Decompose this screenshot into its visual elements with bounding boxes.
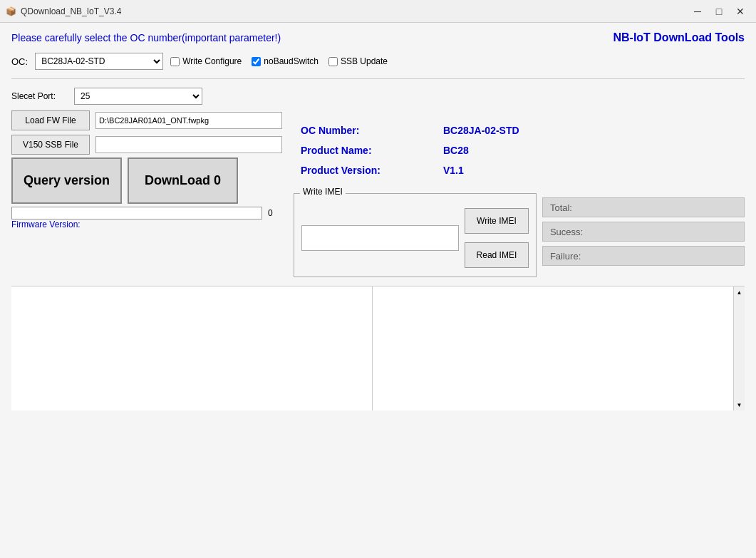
main-window: Please carefully select the OC number(im… bbox=[0, 23, 756, 558]
header-notice: Please carefully select the OC number(im… bbox=[11, 31, 745, 44]
total-stat: Total: bbox=[542, 197, 745, 217]
no-baud-switch-checkbox[interactable] bbox=[252, 57, 261, 66]
divider-1 bbox=[11, 78, 745, 79]
ssb-button[interactable]: V150 SSB File bbox=[11, 135, 90, 155]
port-row: Slecet Port: 25 bbox=[11, 88, 745, 105]
file-path-row: Load FW File bbox=[11, 110, 282, 130]
oc-select[interactable]: BC28JA-02-STD bbox=[35, 53, 163, 70]
imei-block: Write IMEI Write IMEI Read IMEI bbox=[294, 190, 537, 277]
oc-row: OC: BC28JA-02-STD Write Configure noBaud… bbox=[11, 53, 745, 70]
oc-info: OC Number: BC28JA-02-STD Product Name: B… bbox=[294, 110, 745, 190]
title-bar-left: 📦 QDownload_NB_IoT_V3.4 bbox=[6, 6, 121, 16]
product-version-label: Product Version: bbox=[301, 165, 443, 176]
imei-buttons-col: Write IMEI Read IMEI bbox=[465, 208, 529, 268]
notice-text: Please carefully select the OC number(im… bbox=[11, 32, 281, 43]
main-content-area: Load FW File V150 SSB File Query version… bbox=[11, 110, 745, 277]
failure-stat: Failure: bbox=[542, 246, 745, 266]
ssb-update-label: SSB Update bbox=[341, 56, 388, 66]
close-button[interactable]: ✕ bbox=[730, 3, 750, 20]
oc-number-label: OC Number: bbox=[301, 125, 443, 136]
ssb-update-checkbox-item[interactable]: SSB Update bbox=[328, 56, 388, 66]
right-column: OC Number: BC28JA-02-STD Product Name: B… bbox=[294, 110, 745, 277]
write-imei-button[interactable]: Write IMEI bbox=[465, 208, 529, 234]
no-baud-switch-checkbox-item[interactable]: noBaudSwitch bbox=[252, 56, 319, 66]
port-select[interactable]: 25 bbox=[74, 88, 202, 105]
product-name-value: BC28 bbox=[443, 145, 737, 156]
app-title: NB-IoT DownLoad Tools bbox=[613, 31, 745, 44]
ssb-row: V150 SSB File bbox=[11, 135, 282, 155]
imei-section: Write IMEI Write IMEI Read IMEI bbox=[294, 193, 537, 277]
bottom-area: ▲ ▼ bbox=[11, 286, 745, 410]
port-label: Slecet Port: bbox=[11, 91, 68, 101]
minimize-button[interactable]: ─ bbox=[688, 3, 708, 20]
load-fw-button[interactable]: Load FW File bbox=[11, 110, 90, 130]
log-panel-left[interactable] bbox=[11, 286, 373, 410]
product-name-label: Product Name: bbox=[301, 145, 443, 156]
no-baud-switch-label: noBaudSwitch bbox=[264, 56, 319, 66]
progress-bar-container bbox=[11, 207, 262, 219]
stats-block: Total: Sucess: Failure: bbox=[542, 190, 745, 266]
maximize-button[interactable]: □ bbox=[709, 3, 729, 20]
file-path-input[interactable] bbox=[95, 112, 282, 129]
ssb-input[interactable] bbox=[95, 136, 282, 153]
checkbox-group: Write Configure noBaudSwitch SSB Update bbox=[170, 56, 388, 66]
read-imei-button[interactable]: Read IMEI bbox=[465, 242, 529, 268]
query-version-button[interactable]: Query version bbox=[11, 157, 122, 204]
imei-input-row: Write IMEI Read IMEI bbox=[301, 208, 529, 268]
scroll-up-arrow[interactable]: ▲ bbox=[734, 286, 745, 298]
left-column: Load FW File V150 SSB File Query version… bbox=[11, 110, 282, 277]
action-row: Query version DownLoad 0 bbox=[11, 157, 282, 204]
imei-legend: Write IMEI bbox=[300, 187, 346, 197]
bottom-scrollbar: ▲ ▼ bbox=[733, 286, 745, 410]
window-title: QDownload_NB_IoT_V3.4 bbox=[21, 6, 121, 16]
firmware-version-label: Firmware Version: bbox=[11, 219, 81, 229]
firmware-version-row: Firmware Version: bbox=[11, 219, 282, 229]
write-configure-label: Write Configure bbox=[182, 56, 242, 66]
download-button[interactable]: DownLoad 0 bbox=[128, 157, 238, 204]
oc-number-value: BC28JA-02-STD bbox=[443, 125, 737, 136]
title-bar-controls: ─ □ ✕ bbox=[688, 3, 750, 20]
progress-count: 0 bbox=[268, 208, 282, 218]
imei-stats-row: Write IMEI Write IMEI Read IMEI bbox=[294, 190, 745, 277]
success-stat: Sucess: bbox=[542, 222, 745, 242]
write-configure-checkbox-item[interactable]: Write Configure bbox=[170, 56, 242, 66]
ssb-update-checkbox[interactable] bbox=[328, 57, 338, 66]
progress-row: 0 bbox=[11, 207, 282, 219]
scroll-down-arrow[interactable]: ▼ bbox=[734, 399, 745, 410]
title-bar: 📦 QDownload_NB_IoT_V3.4 ─ □ ✕ bbox=[0, 0, 756, 23]
imei-input[interactable] bbox=[301, 225, 459, 251]
log-panel-right[interactable] bbox=[373, 286, 733, 410]
oc-label: OC: bbox=[11, 56, 28, 67]
write-configure-checkbox[interactable] bbox=[170, 57, 180, 66]
product-version-value: V1.1 bbox=[443, 165, 737, 176]
